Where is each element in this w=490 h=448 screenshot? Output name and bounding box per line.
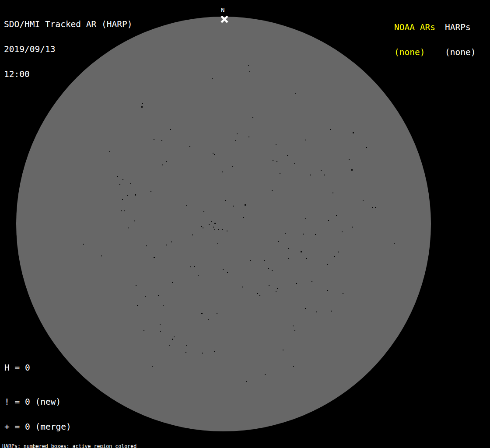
- magnetogram-speckle: [136, 285, 136, 286]
- magnetogram-speckle: [189, 146, 190, 147]
- magnetogram-speckle: [203, 228, 203, 228]
- magnetogram-speckle: [272, 190, 273, 191]
- magnetogram-speckle: [174, 336, 175, 337]
- magnetogram-speckle: [198, 275, 199, 276]
- magnetogram-speckle: [186, 205, 187, 206]
- observation-date: 2019/09/13: [4, 45, 133, 53]
- noaa-ars-label: NOAA ARs: [394, 23, 435, 32]
- magnetogram-speckle: [301, 251, 302, 252]
- magnetogram-speckle: [394, 243, 395, 244]
- magnetogram-speckle: [294, 163, 295, 164]
- magnetogram-speckle: [222, 172, 223, 172]
- harp-counter: H = 0: [4, 364, 30, 372]
- magnetogram-speckle: [321, 170, 322, 171]
- magnetogram-speckle: [277, 288, 278, 289]
- magnetogram-speckle: [154, 257, 155, 258]
- magnetogram-speckle: [276, 144, 276, 145]
- north-label: N: [221, 7, 224, 13]
- magnetogram-speckle: [121, 210, 122, 211]
- observation-time: 12:00: [4, 70, 133, 78]
- magnetogram-speckle: [152, 366, 153, 367]
- magnetogram-speckle: [246, 381, 247, 382]
- magnetogram-speckle: [305, 140, 306, 140]
- magnetogram-speckle: [288, 248, 289, 249]
- magnetogram-speckle: [144, 330, 144, 331]
- magnetogram-speckle: [273, 160, 273, 161]
- magnetogram-speckle: [295, 93, 296, 94]
- magnetogram-speckle: [248, 65, 249, 66]
- magnetogram-speckle: [122, 199, 123, 200]
- magnetogram-speckle: [336, 215, 337, 216]
- magnetogram-speckle: [225, 200, 226, 201]
- magnetogram-speckle: [227, 272, 228, 273]
- magnetogram-speckle: [212, 78, 213, 79]
- page-title: SDO/HMI Tracked AR (HARP): [4, 20, 133, 28]
- magnetogram-speckle: [233, 206, 234, 206]
- magnetogram-speckle: [169, 345, 170, 346]
- magnetogram-speckle: [217, 313, 217, 314]
- title-block: SDO/HMI Tracked AR (HARP) 2019/09/13 12:…: [4, 4, 133, 95]
- magnetogram-speckle: [342, 231, 343, 232]
- magnetogram-speckle: [117, 176, 118, 177]
- magnetogram-speckle: [269, 285, 270, 286]
- magnetogram-speckle: [141, 106, 143, 108]
- magnetogram-speckle: [363, 200, 364, 201]
- magnetogram-speckle: [248, 136, 249, 137]
- magnetogram-speckle: [170, 129, 171, 130]
- harps-label: HARPs: [445, 23, 476, 32]
- magnetogram-speckle: [134, 220, 135, 221]
- magnetogram-speckle: [202, 353, 203, 354]
- magnetogram-speckle: [201, 313, 203, 314]
- magnetogram-speckle: [264, 260, 265, 261]
- magnetogram-speckle: [190, 266, 191, 267]
- magnetogram-speckle: [327, 290, 328, 291]
- harps-count: (none): [445, 48, 476, 56]
- magnetogram-speckle: [334, 256, 335, 257]
- magnetogram-speckle: [83, 244, 84, 245]
- magnetogram-speckle: [276, 161, 277, 162]
- magnetogram-speckle: [128, 228, 129, 228]
- magnetogram-speckle: [343, 293, 343, 294]
- magnetogram-speckle: [257, 293, 258, 294]
- magnetogram-speckle: [278, 241, 279, 242]
- magnetogram-speckle: [242, 287, 243, 287]
- magnetogram-speckle: [122, 179, 123, 180]
- magnetogram-speckle: [167, 248, 167, 248]
- magnetogram-speckle: [237, 133, 238, 134]
- magnetogram-speckle: [252, 117, 253, 118]
- magnetogram-speckle: [268, 268, 269, 269]
- magnetogram-speckle: [245, 204, 246, 206]
- magnetogram-speckle: [213, 227, 214, 228]
- magnetogram-speckle: [142, 103, 143, 104]
- magnetogram-speckle: [235, 140, 236, 141]
- magnetogram-speckle: [160, 324, 161, 325]
- magnetogram-speckle: [214, 229, 215, 230]
- magnetogram-speckle: [366, 147, 367, 148]
- magnetogram-speckle: [163, 305, 164, 306]
- magnetogram-speckle: [217, 243, 218, 244]
- magnetogram-speckle: [124, 210, 125, 211]
- magnetogram-speckle: [332, 192, 333, 193]
- magnetogram-speckle: [293, 326, 294, 326]
- magnetogram-speckle: [265, 374, 266, 375]
- magnetogram-speckle: [227, 231, 228, 231]
- magnetogram-speckle: [209, 224, 210, 225]
- magnetogram-speckle: [222, 229, 223, 230]
- harps-column: HARPs (none): [445, 7, 476, 73]
- magnetogram-speckle: [280, 173, 280, 174]
- magnetogram-speckle: [145, 296, 146, 297]
- north-pole-cross-marker: [220, 15, 229, 24]
- magnetogram-speckle: [276, 291, 276, 292]
- magnetogram-speckle: [211, 221, 212, 222]
- footer-harps-note: HARPs: numbered boxes; active region col…: [2, 444, 179, 448]
- magnetogram-speckle: [259, 295, 260, 296]
- magnetogram-speckle: [303, 234, 304, 234]
- magnetogram-speckle: [127, 195, 128, 196]
- magnetogram-speckle: [146, 245, 147, 246]
- magnetogram-speckle: [101, 256, 102, 256]
- magnetogram-speckle: [186, 352, 186, 353]
- magnetogram-speckle: [331, 311, 332, 312]
- magnetogram-speckle: [352, 227, 353, 228]
- magnetogram-speckle: [327, 264, 328, 265]
- magnetogram-speckle: [351, 169, 353, 171]
